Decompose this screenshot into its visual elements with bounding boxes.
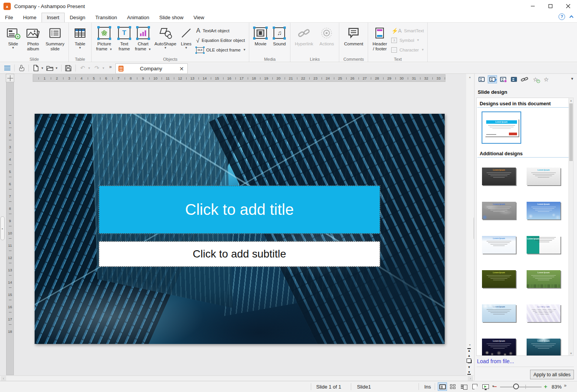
scroll-left-icon[interactable]: ‹ bbox=[1, 376, 6, 381]
canvas-vertical-scrollbar[interactable]: ▲ ▼ bbox=[466, 74, 474, 375]
panel-tab-links[interactable] bbox=[520, 75, 529, 83]
document-tab[interactable]: Company ✕ bbox=[115, 63, 188, 74]
next-slide-button[interactable]: ▼ bbox=[465, 364, 473, 370]
title-placeholder[interactable]: Click to add title bbox=[99, 186, 380, 234]
statusbar-overflow-icon[interactable]: » bbox=[564, 383, 567, 388]
panel-menu-caret-icon[interactable]: ▼ bbox=[570, 77, 574, 81]
picture-frame-button[interactable]: Picture frame ▼ bbox=[93, 25, 115, 52]
zoom-out-button[interactable]: − bbox=[494, 383, 497, 390]
design-thumb-blue-sky[interactable]: Lorem Ipsum bbox=[527, 202, 560, 219]
textart-object-button[interactable]: A TextArt object bbox=[195, 27, 247, 35]
canvas-horizontal-scrollbar[interactable]: ‹ › bbox=[0, 375, 474, 381]
slide-navigator-button[interactable] bbox=[465, 359, 473, 364]
ruler-origin-button[interactable] bbox=[6, 74, 14, 82]
slide-canvas[interactable]: Click to add title Click to add subtitle bbox=[35, 114, 445, 344]
new-slide-button[interactable]: + Slide ▼ bbox=[3, 25, 23, 50]
new-document-caret[interactable]: ▼ bbox=[41, 66, 44, 70]
design-thumb-teal-bar[interactable]: Lorem Ipsum bbox=[527, 236, 560, 254]
design-thumb-green-city[interactable]: Lorem Ipsum bbox=[527, 270, 560, 288]
photo-album-button[interactable]: Photo album bbox=[23, 25, 43, 52]
normal-view-button[interactable] bbox=[438, 382, 447, 391]
panel-tab-favorites[interactable]: ☆ bbox=[542, 75, 551, 83]
movie-button[interactable]: Movie bbox=[251, 25, 270, 47]
text-frame-button[interactable]: T Text frame bbox=[115, 25, 133, 52]
redo-caret: ▼ bbox=[102, 66, 105, 70]
design-thumb-teal-flare[interactable]: Lorem Ipsum bbox=[527, 339, 560, 356]
design-thumb-gray-clouds[interactable]: Lorem Ipsum bbox=[482, 202, 516, 219]
outline-view-button[interactable] bbox=[459, 382, 469, 391]
design-thumb-floral[interactable]: Lorem Ipsum bbox=[482, 304, 516, 322]
design-thumb-lavender[interactable]: Lorem Ipsum bbox=[527, 304, 560, 322]
open-document-button[interactable] bbox=[45, 63, 55, 73]
collapse-ribbon-icon[interactable] bbox=[569, 14, 574, 20]
menu-tab-transition[interactable]: Transition bbox=[90, 13, 122, 22]
help-icon[interactable]: ? bbox=[559, 13, 565, 20]
left-pane-collapse-handle[interactable]: ▸ bbox=[0, 216, 5, 240]
panel-tab-favorite-add[interactable]: ☆+ bbox=[531, 75, 540, 83]
maximize-button[interactable] bbox=[542, 0, 559, 12]
lines-button[interactable]: Lines ▼ bbox=[178, 25, 195, 50]
design-list-scrollbar[interactable]: ▲ ▼ bbox=[569, 98, 574, 356]
slideshow-button[interactable] bbox=[481, 382, 490, 391]
close-button[interactable] bbox=[559, 0, 577, 12]
open-document-caret[interactable]: ▼ bbox=[55, 66, 58, 70]
zoom-slider-track[interactable] bbox=[500, 387, 542, 387]
scrollbar-thumb[interactable] bbox=[569, 103, 573, 161]
autoshape-button[interactable]: AutoShape ▼ bbox=[153, 25, 178, 50]
menu-tab-home[interactable]: Home bbox=[18, 13, 42, 22]
scroll-up-icon[interactable]: ▲ bbox=[466, 74, 474, 80]
save-button[interactable] bbox=[64, 63, 73, 73]
apply-to-all-slides-button[interactable]: Apply to all slides bbox=[530, 370, 574, 379]
summary-slide-button[interactable]: Summary slide bbox=[43, 25, 67, 52]
sound-button[interactable]: ♫ Sound bbox=[270, 25, 288, 47]
comment-button[interactable]: Comment bbox=[341, 25, 366, 47]
table-icon bbox=[75, 25, 85, 41]
menu-tab-view[interactable]: View bbox=[188, 13, 209, 22]
menu-tab-slideshow[interactable]: Slide show bbox=[154, 13, 188, 22]
document-tab-close-icon[interactable]: ✕ bbox=[178, 66, 185, 72]
panel-tab-designs[interactable] bbox=[488, 75, 497, 83]
load-from-file-link[interactable]: Load from file... bbox=[477, 358, 514, 364]
design-thumb-charcoal[interactable]: Lorem Ipsum bbox=[482, 168, 516, 185]
design-thumb-blue-mist[interactable]: Lorem Ipsum bbox=[482, 236, 516, 254]
insert-mode-label[interactable]: Ins bbox=[424, 384, 431, 390]
menu-tab-animation[interactable]: Animation bbox=[122, 13, 154, 22]
panel-tab-masters[interactable] bbox=[509, 75, 519, 83]
horizontal-ruler[interactable]: 1234567891011121314151617181920212223242… bbox=[33, 74, 445, 82]
thumb-text-line bbox=[535, 278, 552, 279]
scroll-down-icon[interactable]: ▼ bbox=[569, 351, 573, 355]
subtitle-placeholder[interactable]: Click to add subtitle bbox=[99, 241, 380, 267]
notes-view-button[interactable] bbox=[470, 382, 479, 391]
equation-editor-button[interactable]: √ Equation Editor object bbox=[195, 37, 247, 44]
menu-tab-file[interactable]: File bbox=[0, 13, 18, 22]
zoom-in-button[interactable]: + bbox=[544, 383, 547, 390]
menu-tab-insert[interactable]: Insert bbox=[42, 13, 65, 22]
scroll-up-icon[interactable]: ▲ bbox=[569, 98, 573, 103]
ole-object-frame-button[interactable]: OLE OLE object frame ▼ bbox=[195, 46, 247, 54]
design-thumb-selected[interactable]: Lorem Ipsum bbox=[482, 111, 521, 144]
toolbar-overflow-icon[interactable]: » bbox=[109, 64, 112, 70]
panel-tab-transitions[interactable] bbox=[499, 75, 508, 83]
header-footer-button[interactable]: Header/ footer bbox=[370, 25, 390, 52]
main-menu-button[interactable] bbox=[3, 63, 12, 73]
design-thumb-olive[interactable]: Lorem Ipsum bbox=[482, 270, 516, 288]
thumb-text-line bbox=[488, 345, 510, 345]
design-thumb-silver[interactable]: Lorem Ipsum bbox=[527, 168, 560, 185]
first-slide-button[interactable]: ▲ bbox=[465, 347, 473, 353]
design-thumb-navy-bokeh[interactable]: Lorem Ipsum bbox=[482, 339, 516, 356]
minimize-button[interactable] bbox=[524, 0, 542, 12]
zoom-level-label[interactable]: 83% bbox=[552, 384, 562, 390]
slide-sorter-view-button[interactable] bbox=[449, 382, 458, 391]
touch-mode-button[interactable] bbox=[17, 63, 26, 73]
vertical-ruler[interactable]: 123456789101112131415161718 bbox=[6, 82, 14, 375]
thumb-text-line bbox=[531, 275, 556, 276]
scroll-right-icon[interactable]: › bbox=[468, 376, 473, 381]
panel-tab-layouts[interactable] bbox=[477, 75, 486, 83]
previous-slide-button[interactable]: ▲ bbox=[465, 353, 473, 359]
new-document-button[interactable] bbox=[31, 63, 40, 73]
last-slide-button[interactable]: ▼ bbox=[465, 370, 473, 376]
zoom-slider-knob[interactable] bbox=[513, 384, 519, 389]
table-button[interactable]: Table ▼ bbox=[70, 25, 90, 50]
menu-tab-design[interactable]: Design bbox=[65, 13, 90, 22]
chart-frame-button[interactable]: Chart frame ▼ bbox=[133, 25, 153, 52]
